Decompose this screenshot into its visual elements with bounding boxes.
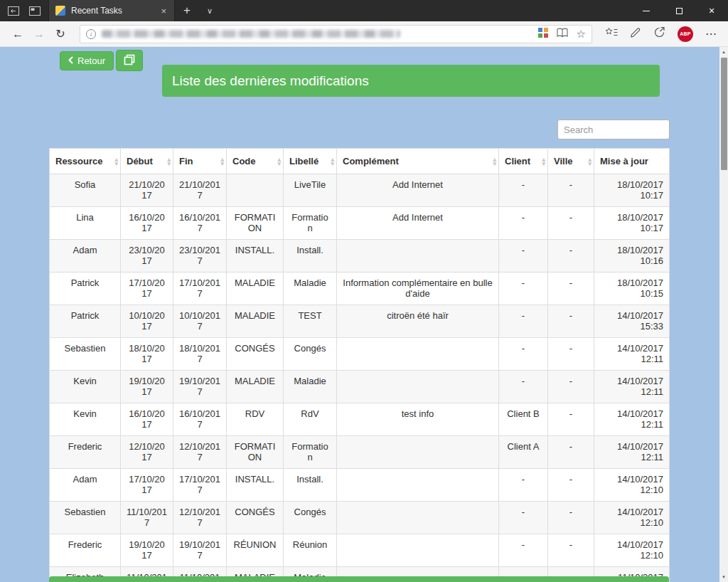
close-window-button[interactable]: × xyxy=(695,0,728,21)
column-header[interactable]: Code▴▾ xyxy=(227,149,284,174)
column-label: Ville xyxy=(554,156,573,166)
web-notes-pen-icon[interactable] xyxy=(630,27,641,41)
table-cell: - xyxy=(548,534,594,567)
duplicate-view-button[interactable] xyxy=(116,50,143,71)
site-info-icon[interactable]: i xyxy=(86,29,96,39)
table-cell: Kevin xyxy=(50,371,121,403)
refresh-button[interactable]: ↻ xyxy=(50,27,71,41)
table-cell xyxy=(337,338,499,371)
table-cell xyxy=(337,534,499,567)
column-header[interactable]: Libellé▴▾ xyxy=(284,149,337,174)
table-row[interactable]: Sebastien11/10/201712/10/2017CONGÉSCongé… xyxy=(50,502,670,534)
share-icon[interactable] xyxy=(653,26,665,41)
table-cell: Sofia xyxy=(50,174,121,207)
sort-icon: ▴▾ xyxy=(220,157,224,166)
column-label: Complément xyxy=(343,156,399,166)
table-cell: 19/10/2017 xyxy=(173,534,227,567)
maximize-button[interactable] xyxy=(663,0,695,21)
more-menu-icon[interactable]: ⋯ xyxy=(705,27,717,41)
tabs-preview-icon[interactable] xyxy=(26,3,43,18)
table-row[interactable]: Lina16/10/201716/10/2017FORMATIONFormati… xyxy=(50,207,670,240)
search-input[interactable] xyxy=(557,120,670,139)
browser-titlebar: Recent Tasks × + ∨ × xyxy=(0,0,728,21)
column-header[interactable]: Client▴▾ xyxy=(499,149,548,174)
table-cell: - xyxy=(548,305,594,338)
column-header[interactable]: Ville▴▾ xyxy=(548,149,594,174)
column-header[interactable]: Mise à jour xyxy=(594,149,670,174)
sort-icon: ▴▾ xyxy=(588,157,592,166)
scroll-up-icon[interactable]: ▲ xyxy=(719,47,728,57)
reading-view-icon[interactable] xyxy=(557,28,568,41)
browser-tab[interactable]: Recent Tasks × xyxy=(48,0,175,21)
table-cell: Add Internet xyxy=(337,207,499,240)
table-cell: 17/10/2017 xyxy=(173,469,227,502)
page-scrollbar[interactable]: ▲ ▼ xyxy=(719,47,728,582)
table-cell: 16/10/2017 xyxy=(121,403,173,436)
hub-favorites-icon[interactable] xyxy=(605,27,618,41)
tab-chevron-icon[interactable]: ∨ xyxy=(199,0,220,21)
retour-button[interactable]: Retour xyxy=(60,51,114,70)
table-row[interactable]: Kevin19/10/201719/10/2017MALADIEMaladie-… xyxy=(50,371,670,403)
table-cell: - xyxy=(548,174,594,207)
sort-icon: ▴▾ xyxy=(331,157,334,166)
column-header[interactable]: Ressource▴▾ xyxy=(50,149,121,174)
table-row[interactable]: Sofia21/10/201721/10/2017LiveTileAdd Int… xyxy=(50,174,670,207)
footer-panel xyxy=(49,576,669,582)
table-cell: CONGÉS xyxy=(227,502,284,534)
page-content: Retour Liste des dernières modifications… xyxy=(0,47,719,582)
table-row[interactable]: Sebastien18/10/201718/10/2017CONGÉSCongé… xyxy=(50,338,670,371)
extension-icon[interactable] xyxy=(538,28,548,41)
adblock-abp-badge[interactable]: ABP xyxy=(678,26,693,42)
table-cell: Adam xyxy=(50,240,121,273)
forward-button[interactable]: → xyxy=(28,28,50,41)
sort-icon: ▴▾ xyxy=(114,157,118,166)
table-row[interactable]: Patrick10/10/201710/10/2017MALADIETESTci… xyxy=(50,305,670,338)
table-cell: - xyxy=(499,207,548,240)
table-cell: 18/10/2017 xyxy=(173,338,227,371)
column-header[interactable]: Fin▴▾ xyxy=(173,149,227,174)
table-cell: - xyxy=(499,240,548,273)
table-cell: 10/10/2017 xyxy=(173,305,227,338)
table-cell: 12/10/2017 xyxy=(173,436,227,469)
table-cell: 19/10/2017 xyxy=(173,371,227,403)
column-header[interactable]: Complément▴▾ xyxy=(337,149,499,174)
table-cell: 21/10/2017 xyxy=(173,174,227,207)
address-bar[interactable]: i ☆ xyxy=(80,25,592,43)
table-row[interactable]: Frederic19/10/201719/10/2017RÉUNIONRéuni… xyxy=(50,534,670,567)
new-tab-button[interactable]: + xyxy=(175,0,199,21)
table-cell: Maladie xyxy=(284,273,337,305)
table-row[interactable]: Adam23/10/201723/10/2017INSTALL.Install.… xyxy=(50,240,670,273)
table-row[interactable]: Adam17/10/201717/10/2017INSTALL.Install.… xyxy=(50,469,670,502)
table-cell: - xyxy=(499,338,548,371)
table-cell: Congés xyxy=(284,502,337,534)
table-cell: - xyxy=(499,502,548,534)
table-cell: - xyxy=(548,207,594,240)
table-cell: Congés xyxy=(284,338,337,371)
table-cell: - xyxy=(548,436,594,469)
set-tabs-aside-icon[interactable] xyxy=(5,3,22,18)
column-label: Ressource xyxy=(55,156,102,166)
add-favorite-star-icon[interactable]: ☆ xyxy=(577,28,586,39)
column-label: Mise à jour xyxy=(600,156,648,166)
table-cell: Réunion xyxy=(284,534,337,567)
table-row[interactable]: Kevin16/10/201716/10/2017RDVRdVtest info… xyxy=(50,403,670,436)
table-cell: 14/10/2017 12:11 xyxy=(594,338,670,371)
table-cell: 14/10/2017 12:10 xyxy=(594,502,670,534)
table-cell: - xyxy=(499,305,548,338)
table-row[interactable]: Patrick17/10/201717/10/2017MALADIEMaladi… xyxy=(50,273,670,305)
table-cell: Sebastien xyxy=(50,338,121,371)
table-cell xyxy=(227,174,284,207)
table-cell: 14/10/2017 12:11 xyxy=(594,436,670,469)
table-cell: - xyxy=(548,273,594,305)
minimize-button[interactable] xyxy=(630,0,663,21)
sort-icon: ▴▾ xyxy=(493,157,496,166)
table-row[interactable]: Frederic12/10/201712/10/2017FORMATIONFor… xyxy=(50,436,670,469)
table-cell: 17/10/2017 xyxy=(173,273,227,305)
scroll-down-icon[interactable]: ▼ xyxy=(719,572,728,582)
scrollbar-thumb[interactable] xyxy=(721,58,727,170)
back-button[interactable]: ← xyxy=(7,28,28,41)
table-cell: MALADIE xyxy=(227,371,284,403)
table-cell: Kevin xyxy=(50,403,121,436)
column-header[interactable]: Début▴▾ xyxy=(121,149,173,174)
tab-close-icon[interactable]: × xyxy=(159,6,168,16)
